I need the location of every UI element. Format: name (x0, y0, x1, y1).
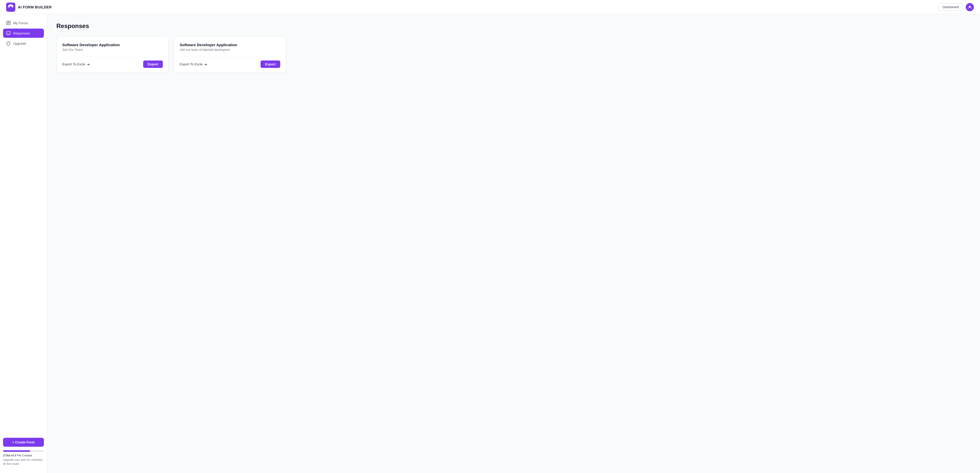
form-card-1-subtitle: Join Our Team! (62, 48, 163, 52)
sidebar-label-responses: Responses (13, 32, 30, 35)
form-card-2-subtitle: Join our team of talented developers! (180, 48, 280, 52)
progress-bar (3, 450, 44, 452)
export-text-2: Export To Excle (180, 62, 203, 66)
dashboard-button[interactable]: Dashboard (939, 3, 963, 11)
export-label-2[interactable]: Export To Excle ➔ (180, 62, 207, 66)
form-card-2: Software Developer Application Join our … (174, 37, 286, 73)
form-card-1-title: Software Developer Application (62, 43, 163, 47)
main-layout: My Forms Responses Up (0, 14, 980, 473)
arrow-icon-1: ➔ (87, 62, 90, 66)
progress-current: 2 Out of (3, 454, 14, 457)
header-right: Dashboard (939, 3, 974, 11)
app-header: AI FORM BUILDER Dashboard (0, 0, 980, 14)
form-card-2-title: Software Developer Application (180, 43, 280, 47)
progress-text: 2 Out of 3 File Created (3, 454, 44, 457)
sidebar-label-upgrade: Upgrade (13, 41, 26, 45)
cards-grid: Software Developer Application Join Our … (56, 37, 286, 73)
sidebar-item-responses[interactable]: Responses (3, 29, 44, 38)
sidebar: My Forms Responses Up (0, 14, 47, 473)
create-form-button[interactable]: + Create Form (3, 438, 44, 447)
upgrade-hint: Upgrade your plan for unlimited AI form … (3, 458, 44, 466)
logo-area: AI FORM BUILDER (6, 3, 52, 12)
export-button-2[interactable]: Export (261, 61, 280, 68)
logo-icon (6, 3, 15, 12)
form-card-1: Software Developer Application Join Our … (56, 37, 169, 73)
form-card-2-footer: Export To Excle ➔ Export (180, 57, 280, 68)
avatar (966, 3, 974, 11)
sidebar-nav: My Forms Responses Up (0, 18, 47, 435)
arrow-icon-2: ➔ (204, 62, 207, 66)
form-card-1-footer: Export To Excle ➔ Export (62, 57, 163, 68)
export-button-1[interactable]: Export (143, 61, 163, 68)
shield-icon (6, 41, 11, 46)
main-content: Responses Software Developer Application… (47, 14, 980, 473)
sidebar-bottom: + Create Form 2 Out of 3 File Created Up… (0, 435, 47, 469)
sidebar-item-upgrade[interactable]: Upgrade (3, 39, 44, 48)
progress-bar-fill (3, 450, 30, 452)
forms-icon (6, 21, 11, 25)
responses-icon (6, 31, 11, 35)
page-title: Responses (56, 22, 971, 30)
logo-text: AI FORM BUILDER (18, 5, 52, 9)
export-label-1[interactable]: Export To Excle ➔ (62, 62, 90, 66)
progress-suffix: File Created (16, 454, 32, 457)
sidebar-item-my-forms[interactable]: My Forms (3, 18, 44, 27)
sidebar-label-my-forms: My Forms (13, 21, 28, 25)
export-text-1: Export To Excle (62, 62, 85, 66)
